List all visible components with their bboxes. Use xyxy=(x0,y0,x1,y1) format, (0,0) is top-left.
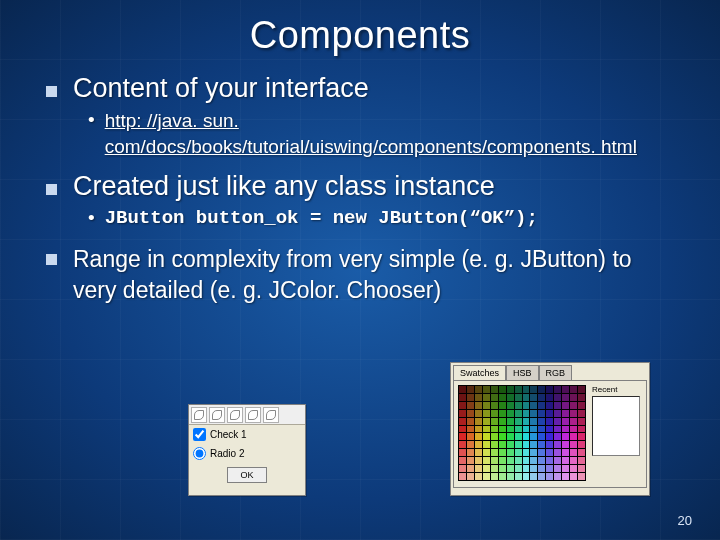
tab-hsb[interactable]: HSB xyxy=(506,365,539,380)
checkbox-row: Check 1 xyxy=(189,425,305,444)
bullet-text: Content of your interface xyxy=(73,73,369,104)
bullet-text: Created just like any class instance xyxy=(73,171,495,202)
tab-swatches[interactable]: Swatches xyxy=(453,365,506,380)
dot-bullet-icon: • xyxy=(88,206,95,231)
slide-number: 20 xyxy=(678,513,692,528)
slide-title: Components xyxy=(0,0,720,67)
swatch-grid[interactable] xyxy=(458,385,586,481)
bullet-text: Range in complexity from very simple (e.… xyxy=(73,244,674,306)
checkbox[interactable] xyxy=(193,428,206,441)
recent-panel: Recent xyxy=(592,385,640,483)
recent-box xyxy=(592,396,640,456)
radio[interactable] xyxy=(193,447,206,460)
toolbar xyxy=(189,405,305,425)
dot-bullet-icon: • xyxy=(88,108,95,133)
bullet-complexity: Range in complexity from very simple (e.… xyxy=(46,244,674,306)
radio-label: Radio 2 xyxy=(210,448,244,459)
code-sample: JButton button_ok = new JButton(“OK”); xyxy=(105,206,538,232)
square-bullet-icon xyxy=(46,254,57,265)
square-bullet-icon xyxy=(46,184,57,195)
color-tabs: Swatches HSB RGB xyxy=(451,363,649,380)
screenshot-simple-panel: Check 1 Radio 2 OK xyxy=(188,404,306,496)
radio-row: Radio 2 xyxy=(189,444,305,463)
bullet-created-class: Created just like any class instance xyxy=(46,171,674,202)
checkbox-label: Check 1 xyxy=(210,429,247,440)
tool-icon xyxy=(245,407,261,423)
color-body: Recent xyxy=(453,380,647,488)
tool-icon xyxy=(263,407,279,423)
slide-content: Content of your interface • http: //java… xyxy=(0,67,720,306)
tool-icon xyxy=(209,407,225,423)
ok-button[interactable]: OK xyxy=(227,467,267,483)
tool-icon xyxy=(191,407,207,423)
url-link[interactable]: http: //java. sun. com/docs/books/tutori… xyxy=(105,108,674,159)
bullet-content-interface: Content of your interface xyxy=(46,73,674,104)
sub-bullet-code: • JButton button_ok = new JButton(“OK”); xyxy=(88,206,674,232)
tool-icon xyxy=(227,407,243,423)
sub-bullet-link: • http: //java. sun. com/docs/books/tuto… xyxy=(88,108,674,159)
recent-label: Recent xyxy=(592,385,640,394)
square-bullet-icon xyxy=(46,86,57,97)
screenshot-color-chooser: Swatches HSB RGB Recent xyxy=(450,362,650,496)
tab-rgb[interactable]: RGB xyxy=(539,365,573,380)
